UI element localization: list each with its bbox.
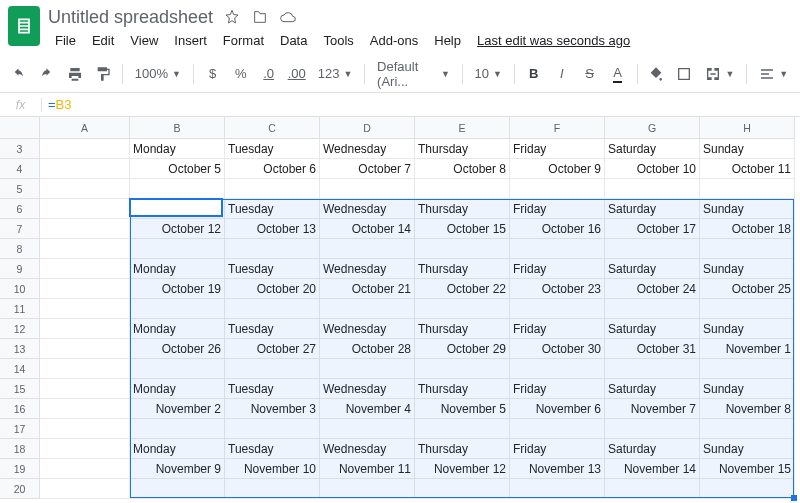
cell[interactable]: November 10 xyxy=(225,459,320,479)
select-all-corner[interactable] xyxy=(0,117,40,139)
increase-decimal-button[interactable]: .00 xyxy=(284,61,310,87)
cell[interactable] xyxy=(40,399,130,419)
cell[interactable]: October 21 xyxy=(320,279,415,299)
document-title[interactable]: Untitled spreadsheet xyxy=(48,7,213,28)
cell[interactable]: October 7 xyxy=(320,159,415,179)
cell[interactable] xyxy=(510,299,605,319)
column-header[interactable]: D xyxy=(320,117,415,139)
currency-button[interactable]: $ xyxy=(200,61,226,87)
font-size-select[interactable]: 10▼ xyxy=(469,61,508,87)
cell[interactable] xyxy=(700,419,795,439)
cell[interactable]: October 13 xyxy=(225,219,320,239)
italic-button[interactable]: I xyxy=(549,61,575,87)
cell[interactable]: November 6 xyxy=(510,399,605,419)
cell[interactable]: November 5 xyxy=(415,399,510,419)
cell[interactable] xyxy=(605,179,700,199)
cell[interactable] xyxy=(225,359,320,379)
cell[interactable] xyxy=(225,179,320,199)
cell[interactable] xyxy=(40,319,130,339)
borders-button[interactable] xyxy=(671,61,697,87)
cell[interactable]: Monday xyxy=(130,379,225,399)
cell[interactable]: November 11 xyxy=(320,459,415,479)
cell[interactable] xyxy=(40,479,130,499)
percent-button[interactable]: % xyxy=(228,61,254,87)
row-header[interactable]: 7 xyxy=(0,219,40,239)
cell[interactable]: October 15 xyxy=(415,219,510,239)
row-header[interactable]: 8 xyxy=(0,239,40,259)
cell[interactable]: October 24 xyxy=(605,279,700,299)
cell[interactable] xyxy=(40,199,130,219)
row-header[interactable]: 11 xyxy=(0,299,40,319)
cell[interactable]: November 8 xyxy=(700,399,795,419)
cell[interactable] xyxy=(415,299,510,319)
cell[interactable] xyxy=(605,479,700,499)
row-header[interactable]: 9 xyxy=(0,259,40,279)
cell[interactable] xyxy=(700,359,795,379)
column-header[interactable]: B xyxy=(130,117,225,139)
menu-data[interactable]: Data xyxy=(273,30,314,51)
cloud-status-icon[interactable] xyxy=(279,8,297,26)
cell[interactable] xyxy=(40,239,130,259)
cell[interactable]: November 4 xyxy=(320,399,415,419)
cell[interactable] xyxy=(130,419,225,439)
cell[interactable] xyxy=(225,299,320,319)
cell[interactable] xyxy=(40,379,130,399)
cell[interactable]: Wednesday xyxy=(320,199,415,219)
cell[interactable]: Friday xyxy=(510,139,605,159)
cell[interactable]: Sunday xyxy=(700,199,795,219)
cell[interactable] xyxy=(40,459,130,479)
cell[interactable] xyxy=(320,299,415,319)
cell[interactable] xyxy=(605,299,700,319)
paint-format-button[interactable] xyxy=(90,61,116,87)
cell[interactable]: November 12 xyxy=(415,459,510,479)
cell[interactable] xyxy=(510,179,605,199)
cell[interactable]: Tuesday xyxy=(225,439,320,459)
cell[interactable]: Wednesday xyxy=(320,319,415,339)
cell[interactable]: Tuesday xyxy=(225,259,320,279)
cell[interactable] xyxy=(320,359,415,379)
horizontal-align-button[interactable]: ▼ xyxy=(753,61,794,87)
row-header[interactable]: 5 xyxy=(0,179,40,199)
cell[interactable] xyxy=(130,239,225,259)
column-header[interactable]: C xyxy=(225,117,320,139)
cell[interactable]: November 1 xyxy=(700,339,795,359)
cell[interactable] xyxy=(40,219,130,239)
decrease-decimal-button[interactable]: .0 xyxy=(256,61,282,87)
menu-file[interactable]: File xyxy=(48,30,83,51)
cell[interactable]: October 20 xyxy=(225,279,320,299)
cell[interactable] xyxy=(40,419,130,439)
cell[interactable]: Friday xyxy=(510,379,605,399)
row-header[interactable]: 12 xyxy=(0,319,40,339)
cell[interactable]: Thursday xyxy=(415,319,510,339)
number-format-select[interactable]: 123▼ xyxy=(312,61,359,87)
cell[interactable]: Saturday xyxy=(605,199,700,219)
cell[interactable]: Saturday xyxy=(605,379,700,399)
cell[interactable]: Thursday xyxy=(415,199,510,219)
menu-tools[interactable]: Tools xyxy=(316,30,360,51)
cell[interactable]: Friday xyxy=(510,319,605,339)
cell[interactable]: November 2 xyxy=(130,399,225,419)
cell[interactable] xyxy=(225,479,320,499)
cell[interactable] xyxy=(225,419,320,439)
merge-cells-button[interactable]: ▼ xyxy=(699,61,740,87)
cell[interactable] xyxy=(415,239,510,259)
cell[interactable]: October 9 xyxy=(510,159,605,179)
zoom-select[interactable]: 100%▼ xyxy=(129,61,187,87)
cell[interactable] xyxy=(130,179,225,199)
row-header[interactable]: 3 xyxy=(0,139,40,159)
cell[interactable]: November 9 xyxy=(130,459,225,479)
cell[interactable] xyxy=(700,299,795,319)
row-header[interactable]: 14 xyxy=(0,359,40,379)
cell[interactable]: November 7 xyxy=(605,399,700,419)
cell[interactable] xyxy=(415,479,510,499)
cell[interactable] xyxy=(605,359,700,379)
cell[interactable]: October 30 xyxy=(510,339,605,359)
formula-input[interactable]: =B3 xyxy=(42,97,800,112)
cell[interactable]: October 18 xyxy=(700,219,795,239)
cell[interactable] xyxy=(130,479,225,499)
cell[interactable] xyxy=(40,299,130,319)
cell[interactable] xyxy=(415,179,510,199)
print-button[interactable] xyxy=(62,61,88,87)
cell[interactable]: Monday xyxy=(130,199,225,219)
star-icon[interactable] xyxy=(223,8,241,26)
